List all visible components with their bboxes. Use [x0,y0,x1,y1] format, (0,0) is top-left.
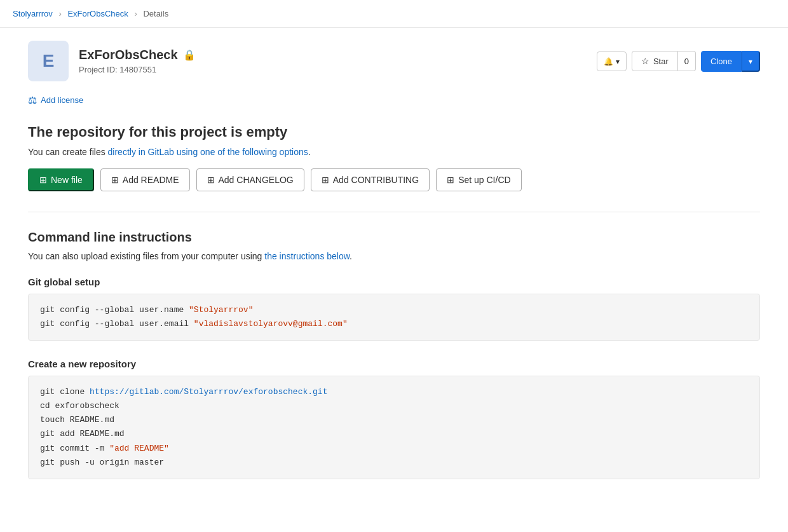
project-header-left: E ExForObsCheck 🔒 Project ID: 14807551 [28,41,196,81]
setup-ci-button[interactable]: ⊞ Set up CI/CD [436,168,521,191]
ci-plus-icon: ⊞ [447,175,454,185]
code-line-git-commit: git commit -m "add README" [40,442,748,456]
star-icon [641,56,649,66]
breadcrumb-stolyarrrov[interactable]: Stolyarrrov [13,9,53,18]
code-string: "vladislavstolyarovv@gmail.com" [194,319,348,329]
add-changelog-label: Add CHANGELOG [219,175,294,185]
code-line-2: git config --global user.email "vladisla… [40,317,748,331]
code-line-git-push: git push -u origin master [40,456,748,470]
code-cmd: git commit -m [40,444,109,453]
add-changelog-button[interactable]: ⊞ Add CHANGELOG [196,168,304,191]
new-file-button[interactable]: ⊞ New file [28,168,94,191]
lock-icon: 🔒 [183,49,196,61]
setup-ci-label: Set up CI/CD [458,175,510,185]
gitlab-link[interactable]: directly in GitLab using one of the foll… [108,147,308,157]
code-string: "add README" [109,444,169,453]
star-count-button[interactable]: 0 [678,51,696,71]
new-file-label: New file [51,175,83,185]
project-title: ExForObsCheck 🔒 [79,48,196,62]
add-contributing-label: Add CONTRIBUTING [333,175,419,185]
git-global-setup-code: git config --global user.name "Stolyarrr… [28,294,760,341]
header-actions: Star 0 Clone [597,51,760,72]
bell-icon [604,57,613,66]
readme-plus-icon: ⊞ [111,175,119,185]
clone-group: Clone [701,51,760,72]
code-cmd: cd exforobscheck [40,401,119,411]
breadcrumb-sep-2: › [134,9,137,18]
empty-repo-heading: The repository for this project is empty [28,124,760,140]
breadcrumb: Stolyarrrov › ExForObsCheck › Details [0,0,788,28]
code-cmd: git clone [40,387,90,397]
clone-button[interactable]: Clone [701,51,742,72]
code-line-clone: git clone https://gitlab.com/Stolyarrrov… [40,385,748,399]
add-contributing-button[interactable]: ⊞ Add CONTRIBUTING [311,168,430,191]
create-repo-code: git clone https://gitlab.com/Stolyarrrov… [28,376,760,479]
add-readme-label: Add README [123,175,179,185]
new-file-plus-icon: ⊞ [39,175,47,185]
breadcrumb-exforobscheck[interactable]: ExForObsCheck [67,9,128,18]
chevron-down-icon [749,57,752,66]
code-line-cd: cd exforobscheck [40,399,748,413]
notification-chevron [616,57,620,66]
project-name-text: ExForObsCheck [79,48,178,62]
project-avatar: E [28,41,69,81]
breadcrumb-current: Details [143,9,168,18]
cli-section: Command line instructions You can also u… [28,230,760,479]
code-line-git-add: git add README.md [40,427,748,441]
add-readme-button[interactable]: ⊞ Add README [100,168,190,191]
project-id: Project ID: 14807551 [79,65,196,74]
code-cmd: git config --global user.name [40,305,189,315]
add-license-label: Add license [41,95,83,105]
code-cmd: git push -u origin master [40,458,164,467]
breadcrumb-sep-1: › [58,9,61,18]
code-url: https://gitlab.com/Stolyarrrov/exforobsc… [90,387,327,397]
instructions-link[interactable]: the instructions below [264,251,350,261]
contributing-plus-icon: ⊞ [322,175,329,185]
code-line-touch: touch README.md [40,413,748,427]
star-count: 0 [684,57,689,66]
git-global-setup-section: Git global setup git config --global use… [28,276,760,341]
star-label: Star [653,57,669,66]
star-group: Star 0 [632,51,696,71]
create-repo-heading: Create a new repository [28,358,760,369]
code-cmd: git add README.md [40,429,125,439]
clone-label: Clone [710,57,732,66]
section-divider [28,212,760,212]
add-license-link[interactable]: ⚖ Add license [28,94,760,106]
code-string: "Stolyarrrov" [189,305,253,315]
code-line-1: git config --global user.name "Stolyarrr… [40,303,748,317]
cli-description: You can also upload existing files from … [28,251,760,261]
action-buttons: ⊞ New file ⊞ Add README ⊞ Add CHANGELOG … [28,168,760,191]
scale-icon: ⚖ [28,94,37,106]
empty-repo-description: You can create files directly in GitLab … [28,147,760,157]
project-header: E ExForObsCheck 🔒 Project ID: 14807551 S… [28,41,760,81]
notification-button[interactable] [597,51,627,71]
empty-repo-section: The repository for this project is empty… [28,124,760,191]
create-repo-section: Create a new repository git clone https:… [28,358,760,479]
cli-heading: Command line instructions [28,230,760,245]
code-cmd: touch README.md [40,415,114,425]
project-info: ExForObsCheck 🔒 Project ID: 14807551 [79,48,196,74]
code-cmd: git config --global user.email [40,319,194,329]
git-global-setup-heading: Git global setup [28,276,760,287]
changelog-plus-icon: ⊞ [207,175,215,185]
star-button[interactable]: Star [632,51,678,71]
clone-chevron-button[interactable] [742,51,760,72]
